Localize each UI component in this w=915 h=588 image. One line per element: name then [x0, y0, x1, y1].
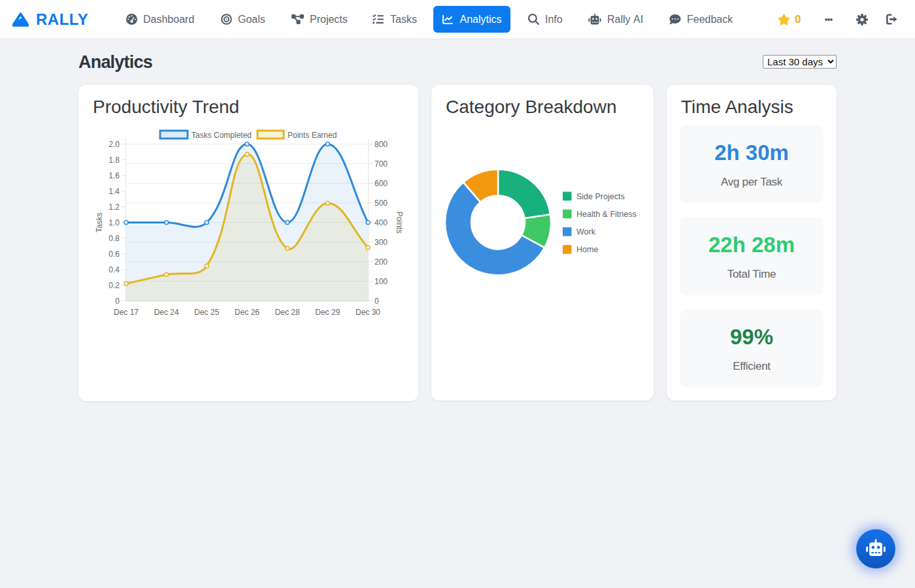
svg-text:Points: Points: [395, 212, 404, 233]
svg-text:800: 800: [374, 140, 388, 149]
svg-text:0: 0: [115, 297, 120, 306]
svg-text:Tasks Completed: Tasks Completed: [191, 131, 252, 140]
svg-text:700: 700: [374, 159, 388, 169]
svg-text:Dec 30: Dec 30: [356, 308, 380, 317]
svg-text:1.8: 1.8: [108, 155, 120, 165]
svg-text:Dec 25: Dec 25: [194, 308, 219, 317]
svg-text:Dec 29: Dec 29: [315, 308, 340, 317]
svg-text:Health & Fitness: Health & Fitness: [576, 210, 637, 219]
svg-text:0: 0: [374, 297, 379, 306]
svg-text:Side Projects: Side Projects: [576, 192, 625, 201]
svg-text:1.6: 1.6: [108, 171, 120, 180]
svg-text:Home: Home: [576, 245, 598, 254]
svg-text:500: 500: [374, 199, 388, 208]
svg-text:Points Earned: Points Earned: [288, 131, 337, 140]
svg-text:0.2: 0.2: [108, 281, 120, 290]
svg-text:1.4: 1.4: [108, 187, 120, 196]
svg-text:0.6: 0.6: [108, 250, 120, 259]
svg-text:1.2: 1.2: [108, 203, 120, 212]
svg-text:Dec 26: Dec 26: [235, 308, 259, 317]
svg-text:200: 200: [374, 257, 388, 267]
svg-text:300: 300: [374, 238, 388, 247]
svg-text:100: 100: [374, 277, 388, 286]
svg-text:600: 600: [374, 179, 388, 188]
svg-text:400: 400: [374, 218, 388, 227]
svg-text:Dec 28: Dec 28: [275, 308, 300, 317]
svg-text:Dec 24: Dec 24: [154, 308, 179, 317]
svg-text:Dec 17: Dec 17: [114, 308, 139, 317]
svg-text:Tasks: Tasks: [95, 212, 104, 233]
svg-text:2.0: 2.0: [108, 140, 120, 149]
svg-text:Work: Work: [576, 227, 596, 237]
svg-text:0.4: 0.4: [108, 265, 120, 274]
svg-text:1.0: 1.0: [108, 218, 120, 227]
svg-text:0.8: 0.8: [108, 234, 120, 243]
